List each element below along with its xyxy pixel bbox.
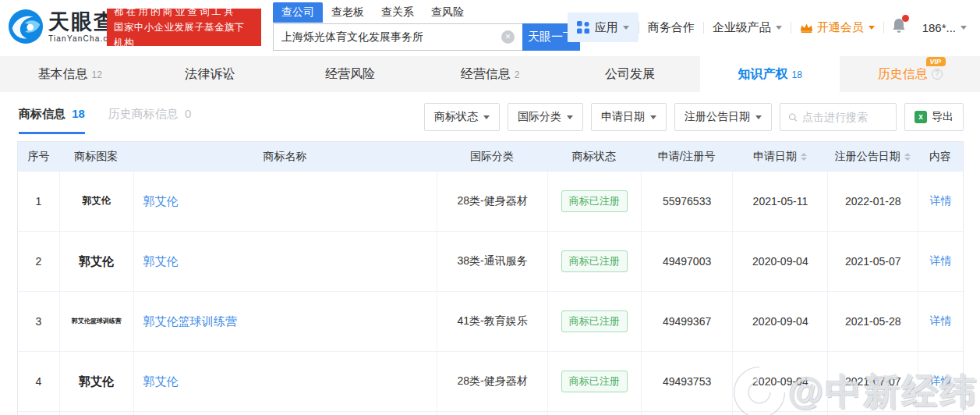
cell-apply-date: 2020-09-04 [732, 232, 827, 291]
filter-label: 申请日期 [601, 110, 645, 124]
chevron-down-icon [755, 115, 762, 119]
menu-vip[interactable]: 开通会员 [791, 20, 883, 35]
search-tab-boss[interactable]: 查老板 [323, 2, 373, 23]
trademark-image: 郭艾伦 [83, 195, 111, 208]
tab-label: 经营风险 [325, 66, 375, 83]
cell-no: 2 [18, 232, 59, 291]
excel-icon [915, 111, 927, 123]
menu-cooperation[interactable]: 商务合作 [639, 20, 703, 35]
filter-apply-date[interactable]: 申请日期 [591, 103, 667, 131]
trademark-name-link[interactable]: 郭艾伦篮球训练营 [143, 314, 237, 329]
cell-reg-no: 55976533 [641, 172, 733, 231]
cell-class: 38类-通讯服务 [437, 232, 547, 291]
subtab-count: 0 [185, 107, 191, 120]
filter-trademark-status[interactable]: 商标状态 [424, 103, 500, 131]
tab-operation-risk[interactable]: 经营风险 [280, 56, 420, 92]
menu-apps[interactable]: 应用 [568, 12, 639, 42]
tab-intellectual-property[interactable]: 知识产权 18 [700, 56, 840, 92]
tab-label: 法律诉讼 [185, 66, 235, 83]
status-badge: 商标已注册 [561, 190, 628, 212]
column-label: 注册公告日期 [835, 150, 900, 164]
clear-input-icon[interactable] [501, 30, 515, 44]
menu-apps-label: 应用 [595, 20, 618, 35]
tab-company-development[interactable]: 公司发展 [560, 56, 700, 92]
subtab-label: 商标信息 [19, 107, 65, 120]
sort-icon [801, 153, 807, 161]
slogan-line2: 国家中小企业发展子基金旗下机构 [114, 20, 254, 51]
tab-operation-info[interactable]: 经营信息 2 [420, 56, 561, 92]
search-area: 查公司 查老板 查关系 查风险 天眼一下 [273, 2, 582, 51]
chevron-down-icon [869, 26, 875, 30]
search-tabs: 查公司 查老板 查关系 查风险 [273, 2, 582, 23]
column-header-content: 内容 [918, 142, 963, 171]
cell-class: 41类-教育娱乐 [437, 292, 547, 351]
export-label: 导出 [932, 110, 953, 124]
cell-apply-date: 2021-05-11 [732, 172, 827, 231]
tab-label: 知识产权 [738, 66, 788, 83]
tab-basic-info[interactable]: 基本信息 12 [0, 56, 140, 92]
detail-link[interactable]: 详情 [930, 194, 952, 208]
tab-legal[interactable]: 法律诉讼 [140, 56, 281, 92]
tab-history-info[interactable]: VIP 历史信息 [840, 56, 980, 92]
filter-label: 注册公告日期 [685, 110, 750, 124]
crown-icon [800, 22, 813, 34]
table-search-input[interactable] [802, 111, 888, 123]
tab-label: 历史信息 [878, 66, 928, 83]
cell-apply-date: 2020-09-04 [732, 292, 827, 351]
trademark-image: 郭艾伦 [79, 254, 114, 269]
company-search-input[interactable] [273, 23, 522, 51]
chevron-down-icon [776, 26, 782, 30]
chevron-down-icon [483, 115, 490, 119]
subtab-history-trademark[interactable]: 历史商标信息 0 [108, 107, 192, 132]
detail-link[interactable]: 详情 [930, 254, 952, 268]
column-header-publish-date[interactable]: 注册公告日期 [827, 142, 918, 171]
table-row: 2 郭艾伦 郭艾伦 38类-通讯服务 商标已注册 49497003 2020-0… [18, 231, 963, 291]
status-badge: 商标已注册 [561, 371, 628, 392]
chevron-down-icon [961, 26, 967, 30]
menu-enterprise[interactable]: 企业级产品 [704, 20, 791, 35]
cell-class: 28类-健身器材 [437, 172, 547, 231]
search-tab-relation[interactable]: 查关系 [373, 2, 423, 23]
table-row: 1 郭艾伦 郭艾伦 28类-健身器材 商标已注册 55976533 2021-0… [18, 171, 963, 231]
detail-link[interactable]: 详情 [930, 314, 952, 328]
menu-account[interactable]: 186*... [914, 21, 975, 34]
sort-icon [904, 153, 911, 161]
filter-label: 国际分类 [518, 110, 561, 124]
cell-no: 3 [18, 292, 59, 351]
column-header-apply-date[interactable]: 申请日期 [732, 142, 827, 171]
cell-no: 1 [18, 172, 59, 231]
grid-icon [577, 21, 589, 34]
tab-label: 经营信息 [461, 66, 511, 83]
tianyancha-logo[interactable]: 天眼查 TianYanCha.com [8, 9, 121, 44]
trademark-name-link[interactable]: 郭艾伦 [143, 194, 179, 209]
column-header-status: 商标状态 [547, 142, 641, 171]
status-badge: 商标已注册 [561, 310, 628, 332]
tab-count: 18 [792, 69, 802, 80]
vip-badge: VIP [926, 57, 946, 66]
chevron-down-icon [567, 115, 573, 119]
filter-publish-date[interactable]: 注册公告日期 [674, 103, 772, 131]
status-badge: 商标已注册 [561, 250, 628, 272]
search-tab-company[interactable]: 查公司 [273, 2, 323, 23]
filter-international-class[interactable]: 国际分类 [508, 103, 583, 131]
detail-link[interactable]: 详情 [930, 374, 952, 388]
cell-no: 4 [18, 352, 59, 411]
table-row-clipped [18, 411, 963, 415]
top-bar: 天眼查 TianYanCha.com 都在用的商业查询工具 国家中小企业发展子基… [0, 0, 980, 55]
search-tab-risk[interactable]: 查风险 [423, 2, 472, 23]
column-header-reg-no: 申请/注册号 [641, 142, 733, 171]
subtab-count: 18 [72, 107, 85, 120]
table-header-row: 序号 商标图案 商标名称 国际分类 商标状态 申请/注册号 申请日期 注册公告日… [18, 142, 963, 171]
table-search-box[interactable] [780, 103, 897, 131]
column-label: 申请日期 [753, 150, 797, 164]
cell-reg-no: 49497003 [641, 232, 733, 291]
subtab-trademark-info[interactable]: 商标信息 18 [19, 107, 85, 134]
cell-publish-date: 2022-01-28 [827, 172, 918, 231]
export-button[interactable]: 导出 [904, 103, 964, 131]
notifications-button[interactable] [884, 18, 914, 37]
search-icon [788, 112, 798, 123]
trademark-name-link[interactable]: 郭艾伦 [143, 374, 179, 389]
trademark-table: 序号 商标图案 商标名称 国际分类 商标状态 申请/注册号 申请日期 注册公告日… [17, 141, 964, 415]
trademark-name-link[interactable]: 郭艾伦 [143, 254, 179, 269]
subtab-label: 历史商标信息 [108, 107, 179, 120]
